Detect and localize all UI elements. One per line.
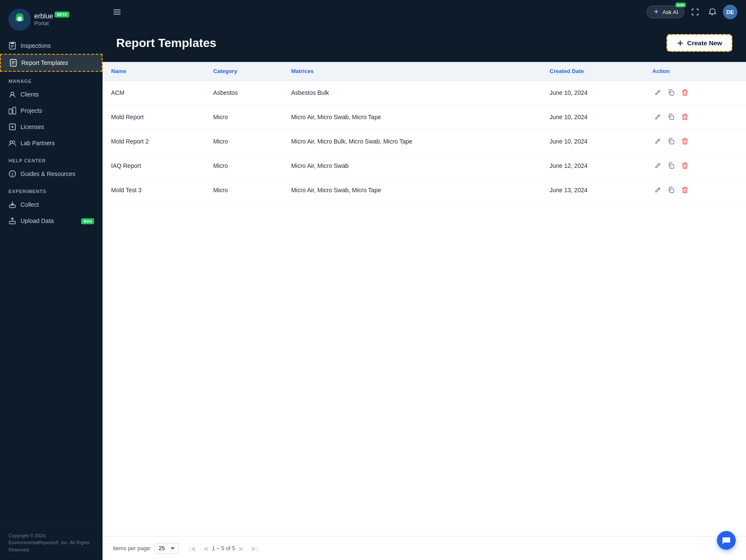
copy-button[interactable] [666,161,676,171]
copy-icon [668,114,675,120]
sidebar-item-projects-label: Projects [21,107,42,114]
create-new-label: Create New [687,39,722,47]
col-name: Name [103,62,205,81]
items-per-page-label: Items per page: [113,545,151,551]
cell-action [644,129,746,154]
cell-category: Micro [205,105,282,129]
page-info: 1 – 5 of 5 [212,545,235,551]
ask-ai-label: Ask AI [662,9,678,15]
topnav-right: Ask AI beta DE [646,5,737,19]
create-new-button[interactable]: Create New [667,34,732,52]
cell-matrices: Micro Air, Micro Bulk, Micro Swab, Micro… [282,129,541,154]
bell-icon [708,8,716,16]
col-action: Action [644,62,746,81]
sidebar-item-guides[interactable]: i Guides & Resources [0,166,103,182]
edit-button[interactable] [652,88,663,98]
projects-icon [9,107,16,114]
table-row: IAQ Report Micro Micro Air, Micro Swab J… [103,154,746,178]
svg-rect-18 [9,205,15,208]
report-templates-table: Name Category Matrices Created Date Acti… [103,62,746,202]
edit-button[interactable] [652,185,663,195]
content-area: Report Templates Create New Name Categor… [103,24,746,560]
svg-rect-27 [670,140,674,144]
copy-button[interactable] [666,185,676,195]
delete-button[interactable] [680,136,690,147]
chat-icon [722,536,731,545]
avatar-initials: DE [726,9,734,15]
cell-matrices: Asbestos Bulk [282,81,541,105]
copy-button[interactable] [666,112,676,122]
upload-icon [9,217,16,225]
sidebar-item-licenses[interactable]: Licenses [0,119,103,135]
delete-button[interactable] [680,161,690,171]
table-row: Mold Test 3 Micro Micro Air, Micro Swab,… [103,178,746,202]
cell-action [644,154,746,178]
sidebar-item-upload-data[interactable]: Upload Data Beta [0,213,103,229]
svg-rect-3 [11,43,14,44]
items-per-page: Items per page: 25 10 50 100 [113,543,179,554]
edit-button[interactable] [652,112,663,122]
menu-button[interactable] [111,6,123,18]
cell-created-date: June 12, 2024 [541,154,644,178]
cell-created-date: June 10, 2024 [541,129,644,154]
edit-icon [654,187,661,194]
sidebar-item-lab-partners[interactable]: Lab Partners [0,135,103,151]
report-templates-icon [9,59,17,67]
trash-icon [681,89,688,96]
svg-rect-25 [670,91,674,95]
svg-rect-26 [670,116,674,120]
user-avatar[interactable]: DE [723,5,737,19]
copy-icon [668,162,675,169]
expand-button[interactable] [689,6,702,18]
sidebar-item-licenses-label: Licenses [21,123,44,130]
col-created-date: Created Date [541,62,644,81]
delete-button[interactable] [680,185,690,195]
trash-icon [681,114,688,120]
svg-rect-28 [670,164,674,168]
logo-text: erblueBETA Portal [34,12,69,27]
guides-icon: i [9,170,16,178]
sidebar-item-upload-data-label: Upload Data [21,217,54,224]
sidebar-item-projects[interactable]: Projects [0,103,103,119]
section-help-label: HELP CENTER [0,151,103,166]
last-page-button[interactable]: ▶| [248,542,261,554]
next-page-button[interactable]: ▶ [236,542,247,554]
cell-created-date: June 10, 2024 [541,81,644,105]
prev-page-button[interactable]: ◀ [200,542,211,554]
table-row: ACM Asbestos Asbestos Bulk June 10, 2024 [103,81,746,105]
ask-ai-button[interactable]: Ask AI beta [646,6,684,18]
sidebar-item-inspections[interactable]: Inspections [0,38,103,54]
edit-button[interactable] [652,136,663,147]
content-header: Report Templates Create New [103,24,746,62]
edit-button[interactable] [652,161,663,171]
svg-point-14 [10,141,12,144]
page-title: Report Templates [116,36,216,50]
copy-button[interactable] [666,136,676,147]
edit-icon [654,138,661,145]
sidebar-item-clients[interactable]: Clients [0,86,103,103]
upload-beta-badge: Beta [81,218,94,224]
svg-rect-29 [670,189,674,193]
delete-button[interactable] [680,88,690,98]
collect-icon [9,201,16,208]
svg-text:i: i [12,172,13,177]
edit-icon [654,89,661,96]
delete-button[interactable] [680,112,690,122]
first-page-button[interactable]: |◀ [185,542,199,554]
svg-rect-19 [9,221,15,224]
topnav: Ask AI beta DE [103,0,746,24]
sidebar-item-report-templates[interactable]: Report Templates [0,54,103,72]
sidebar-item-collect-label: Collect [21,201,39,208]
notifications-button[interactable] [706,6,719,18]
cell-action [644,178,746,202]
logo-area: erblueBETA Portal [0,0,103,38]
cell-category: Micro [205,154,282,178]
licenses-icon [9,123,16,131]
chat-bubble[interactable] [717,531,736,550]
copy-button[interactable] [666,88,676,98]
items-per-page-select[interactable]: 25 10 50 100 [155,543,179,554]
sidebar-item-collect[interactable]: Collect [0,196,103,213]
edit-icon [654,162,661,169]
expand-icon [691,8,699,16]
inspections-icon [9,42,16,50]
